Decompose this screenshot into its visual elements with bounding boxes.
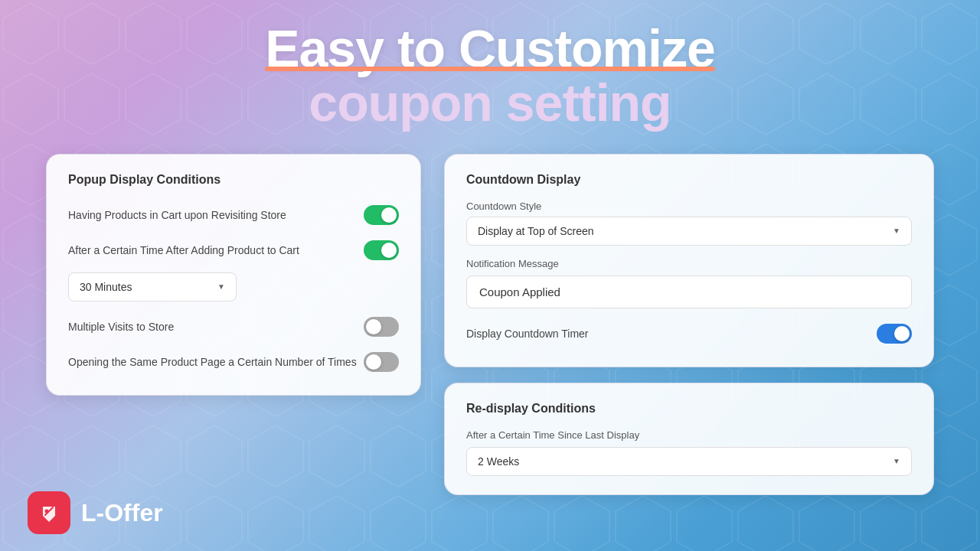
- right-cards-wrapper: Countdown Display Countdown Style Displa…: [444, 154, 934, 495]
- logo-svg: [37, 500, 61, 525]
- title-line2: coupon setting: [265, 76, 715, 130]
- logo-text: L-Offer: [81, 499, 163, 527]
- title-line1: Easy to Customize: [265, 21, 715, 76]
- toggle-time-after-adding[interactable]: [364, 240, 399, 260]
- countdown-style-value: Display at Top of Screen: [478, 225, 594, 237]
- cards-container: Popup Display Conditions Having Products…: [0, 154, 980, 495]
- display-countdown-timer-row: Display Countdown Timer .toggle-blue::af…: [466, 319, 912, 348]
- countdown-style-label: Countdown Style: [466, 201, 912, 212]
- title-highlight: Easy to Customize: [265, 21, 715, 76]
- countdown-card-title: Countdown Display: [466, 173, 912, 187]
- redisplay-time-dropdown[interactable]: 2 Weeks ▼: [466, 447, 912, 476]
- toggle-product-page[interactable]: [364, 352, 399, 372]
- toggle-row-4: Opening the Same Product Page a Certain …: [68, 347, 399, 377]
- after-time-label: After a Certain Time Since Last Display: [466, 429, 912, 441]
- toggle-row-3: Multiple Visits to Store: [68, 312, 399, 341]
- chevron-down-icon: ▼: [217, 282, 225, 291]
- toggle-row-1: Having Products in Cart upon Revisiting …: [68, 201, 399, 230]
- page-content: Easy to Customize coupon setting Popup D…: [0, 0, 980, 551]
- toggle-row-2: After a Certain Time After Adding Produc…: [68, 236, 399, 265]
- redisplay-conditions-card: Re-display Conditions After a Certain Ti…: [444, 383, 934, 495]
- logo-icon: [28, 491, 70, 534]
- popup-card-title: Popup Display Conditions: [68, 173, 399, 187]
- toggle-cart-revisit[interactable]: [364, 205, 399, 225]
- notification-message-input[interactable]: Coupon Applied: [466, 276, 912, 308]
- countdown-display-card: Countdown Display Countdown Style Displa…: [444, 154, 934, 367]
- chevron-down-icon: ▼: [893, 457, 900, 465]
- toggle-label-4: Opening the Same Product Page a Certain …: [68, 356, 364, 368]
- time-dropdown[interactable]: 30 Minutes ▼: [68, 272, 237, 302]
- countdown-style-dropdown[interactable]: Display at Top of Screen ▼: [466, 217, 912, 246]
- notification-message-label: Notification Message: [466, 258, 912, 269]
- redisplay-time-value: 2 Weeks: [478, 455, 519, 468]
- popup-display-card: Popup Display Conditions Having Products…: [46, 154, 421, 396]
- toggle-multiple-visits[interactable]: [364, 317, 399, 337]
- time-dropdown-wrapper: 30 Minutes ▼: [68, 272, 399, 302]
- logo-section: L-Offer: [28, 491, 163, 534]
- display-countdown-timer-label: Display Countdown Timer: [466, 328, 877, 340]
- title-section: Easy to Customize coupon setting: [265, 0, 715, 131]
- toggle-label-1: Having Products in Cart upon Revisiting …: [68, 209, 364, 221]
- redisplay-card-title: Re-display Conditions: [466, 402, 912, 416]
- toggle-display-countdown[interactable]: .toggle-blue::after { right: 3px; }: [877, 324, 912, 344]
- time-dropdown-value: 30 Minutes: [80, 281, 132, 293]
- toggle-label-3: Multiple Visits to Store: [68, 321, 364, 333]
- notification-message-value: Coupon Applied: [479, 285, 560, 298]
- toggle-label-2: After a Certain Time After Adding Produc…: [68, 244, 364, 256]
- chevron-down-icon: ▼: [893, 227, 900, 235]
